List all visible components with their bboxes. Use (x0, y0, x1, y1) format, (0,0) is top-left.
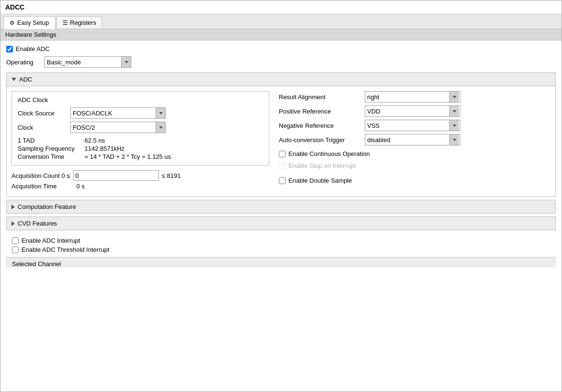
computation-feature-label: Computation Feature (18, 203, 76, 210)
auto-conversion-trigger-select-wrapper[interactable]: disabled enabled (365, 134, 460, 145)
tad-value: 62.5 ns (85, 137, 105, 144)
result-alignment-select[interactable]: right left (365, 92, 449, 102)
enable-stop-on-interrupt-row: Enable Stop on Interrupt (279, 162, 551, 169)
cvd-features-expand-icon (11, 221, 15, 226)
enable-adc-threshold-interrupt-row: Enable ADC Threshold Interrupt (12, 246, 550, 253)
acquisition-time-row: Acquisition Time 0 s (11, 183, 269, 190)
tad-label: 1 TAD (18, 137, 80, 144)
adc-panel: ADC ADC Clock Clock Source (6, 72, 556, 197)
enable-adc-threshold-interrupt-checkbox[interactable] (12, 247, 19, 253)
page-title: ADCC (0, 0, 562, 14)
clock-label: Clock (18, 124, 65, 131)
acquisition-time-label: Acquisition Time (11, 183, 74, 190)
tad-row: 1 TAD 62.5 ns (18, 137, 263, 144)
enable-adc-label: Enable ADC (16, 45, 50, 52)
enable-adc-row: Enable ADC (6, 45, 556, 52)
adc-clock-title: ADC Clock (18, 96, 263, 103)
clock-dropdown-btn[interactable] (156, 122, 165, 133)
conversion-time-label: Conversion Time (18, 153, 80, 160)
enable-double-sample-row: Enable Double Sample (279, 177, 551, 184)
result-alignment-row: Result Alignment right left (279, 91, 551, 103)
main-container: ADCC ⚙ Easy Setup ☰ Registers Hardware S… (0, 0, 562, 392)
auto-conversion-trigger-row: Auto-conversion Trigger disabled enabled (279, 134, 551, 145)
operating-dropdown-btn[interactable] (121, 57, 131, 67)
positive-reference-dropdown-arrow-icon (453, 110, 456, 113)
enable-adc-interrupt-row: Enable ADC Interrupt (12, 237, 550, 244)
enable-continuous-operation-label: Enable Continuous Operation (288, 150, 370, 157)
adc-panel-content: ADC Clock Clock Source FOSC/ADCLK FOSC/2… (7, 86, 555, 196)
tab-bar: ⚙ Easy Setup ☰ Registers (0, 14, 562, 29)
operating-select[interactable]: Basic_mode Advanced_mode (45, 57, 121, 67)
negative-reference-dropdown-arrow-icon (453, 124, 456, 127)
adc-clock-box: ADC Clock Clock Source FOSC/ADCLK FOSC/2… (11, 91, 269, 165)
content-area: Enable ADC Operating Basic_mode Advanced… (0, 41, 562, 272)
enable-double-sample-checkbox[interactable] (279, 177, 286, 184)
cvd-features-panel-title[interactable]: CVD Features (7, 217, 555, 230)
auto-conversion-trigger-dropdown-btn[interactable] (449, 134, 459, 145)
enable-adc-checkbox[interactable] (6, 46, 13, 52)
clock-source-dropdown-btn[interactable] (156, 108, 165, 118)
operating-select-wrapper[interactable]: Basic_mode Advanced_mode (44, 56, 131, 68)
acquisition-count-input[interactable] (73, 170, 159, 181)
enable-adc-threshold-interrupt-label: Enable ADC Threshold Interrupt (21, 246, 109, 253)
clock-source-select[interactable]: FOSC/ADCLK FOSC/2 FOSC/4 FOSC/8 (71, 108, 156, 118)
negative-reference-select[interactable]: VSS VREF- (365, 120, 449, 131)
clock-source-dropdown-arrow-icon (159, 112, 163, 114)
right-section-rows: Result Alignment right left (279, 91, 551, 184)
sampling-freq-label: Sampling Frequency (18, 145, 80, 152)
adc-inner-layout: ADC Clock Clock Source FOSC/ADCLK FOSC/2… (11, 91, 551, 192)
enable-adc-interrupt-label: Enable ADC Interrupt (21, 237, 80, 244)
clock-row: Clock FOSC/2 FOSC/4 FOSC/8 FOSC/16 (18, 122, 263, 133)
adc-right: Result Alignment right left (279, 91, 551, 192)
negative-reference-dropdown-btn[interactable] (449, 120, 459, 131)
positive-reference-row: Positive Reference VDD VREF+ FVR (279, 105, 551, 117)
positive-reference-select-wrapper[interactable]: VDD VREF+ FVR (365, 105, 460, 117)
clock-source-select-wrapper[interactable]: FOSC/ADCLK FOSC/2 FOSC/4 FOSC/8 (70, 107, 166, 119)
partial-label: Selected Channel (12, 260, 61, 268)
negative-reference-label: Negative Reference (279, 122, 360, 129)
adc-panel-title[interactable]: ADC (7, 73, 555, 86)
enable-continuous-operation-row: Enable Continuous Operation (279, 150, 551, 157)
operating-dropdown-arrow-icon (125, 61, 128, 63)
negative-reference-select-wrapper[interactable]: VSS VREF- (365, 120, 460, 131)
auto-conversion-trigger-label: Auto-conversion Trigger (279, 136, 360, 144)
result-alignment-dropdown-btn[interactable] (449, 92, 459, 102)
conversion-time-row: Conversion Time = 14 * TAD + 2 * Tcy = 1… (18, 153, 263, 160)
operating-label: Operating (6, 59, 40, 66)
acquisition-count-prefix: Acquisition Count 0 ≤ (11, 172, 70, 179)
cvd-features-label: CVD Features (18, 220, 57, 227)
result-alignment-select-wrapper[interactable]: right left (365, 91, 460, 103)
positive-reference-select[interactable]: VDD VREF+ FVR (365, 106, 449, 116)
bottom-checks: Enable ADC Interrupt Enable ADC Threshol… (6, 233, 556, 257)
clock-select-wrapper[interactable]: FOSC/2 FOSC/4 FOSC/8 FOSC/16 (70, 122, 166, 133)
result-alignment-label: Result Alignment (279, 93, 360, 101)
enable-adc-interrupt-checkbox[interactable] (12, 237, 19, 244)
acquisition-count-row: Acquisition Count 0 ≤ ≤ 8191 (11, 170, 269, 181)
cvd-features-panel: CVD Features (6, 217, 556, 230)
tab-registers-label: Registers (70, 19, 96, 26)
negative-reference-row: Negative Reference VSS VREF- (279, 120, 551, 131)
auto-conversion-trigger-select[interactable]: disabled enabled (365, 134, 449, 145)
acquisition-time-value: 0 s (76, 183, 85, 190)
tab-registers[interactable]: ☰ Registers (56, 16, 103, 29)
enable-stop-on-interrupt-checkbox[interactable] (279, 163, 286, 169)
computation-feature-expand-icon (11, 205, 15, 209)
hardware-settings-header: Hardware Settings (0, 29, 562, 41)
enable-stop-on-interrupt-label: Enable Stop on Interrupt (288, 162, 356, 169)
computation-feature-panel-title[interactable]: Computation Feature (7, 200, 555, 213)
clock-dropdown-arrow-icon (159, 126, 163, 129)
adc-panel-label: ADC (19, 76, 32, 83)
conversion-time-value: = 14 * TAD + 2 * Tcy = 1.125 us (85, 153, 171, 160)
positive-reference-dropdown-btn[interactable] (449, 106, 459, 116)
computation-feature-panel: Computation Feature (6, 200, 556, 214)
clock-source-label: Clock Source (18, 110, 65, 117)
tab-easy-setup-label: Easy Setup (17, 19, 49, 26)
registers-icon: ☰ (63, 20, 68, 26)
adc-expand-icon (11, 78, 16, 81)
acquisition-count-suffix: ≤ 8191 (162, 172, 181, 179)
enable-continuous-operation-checkbox[interactable] (279, 151, 286, 157)
tab-easy-setup[interactable]: ⚙ Easy Setup (3, 16, 55, 29)
clock-select[interactable]: FOSC/2 FOSC/4 FOSC/8 FOSC/16 (71, 122, 156, 133)
sampling-freq-row: Sampling Frequency 1142.8571kHz (18, 145, 263, 152)
partial-visible-row: Selected Channel (6, 257, 556, 268)
